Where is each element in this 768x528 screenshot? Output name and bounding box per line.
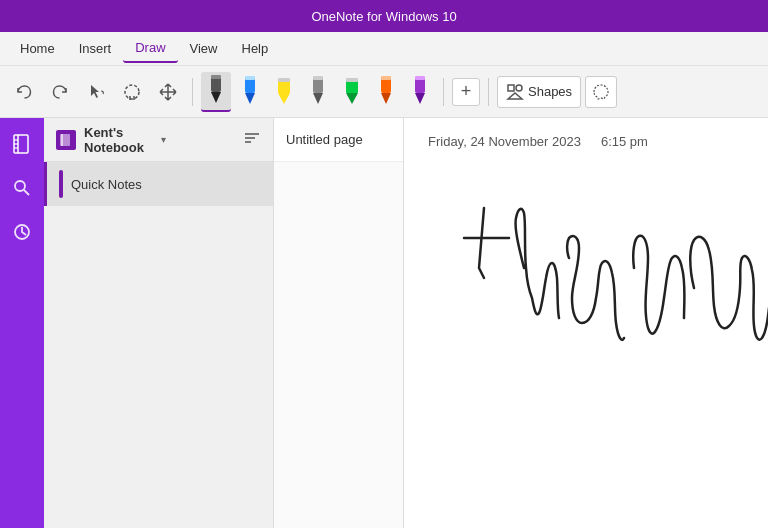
toolbar-separator-1 bbox=[192, 78, 193, 106]
lasso-tool-button[interactable] bbox=[116, 74, 148, 110]
svg-marker-16 bbox=[346, 93, 358, 104]
pages-panel: Untitled page bbox=[274, 118, 404, 528]
pen-gray-button[interactable] bbox=[303, 72, 333, 112]
menu-bar: Home Insert Draw View Help bbox=[0, 32, 768, 66]
svg-rect-20 bbox=[381, 76, 391, 80]
svg-marker-26 bbox=[508, 93, 522, 99]
svg-line-33 bbox=[24, 190, 29, 195]
sidebar-icon-notebooks[interactable] bbox=[4, 126, 40, 162]
page-time: 6:15 pm bbox=[601, 134, 648, 149]
page-item-untitled[interactable]: Untitled page bbox=[274, 118, 403, 162]
sort-icon[interactable] bbox=[243, 129, 261, 150]
sidebar-icon-history[interactable] bbox=[4, 214, 40, 250]
menu-home[interactable]: Home bbox=[8, 35, 67, 62]
select-tool-button[interactable] bbox=[80, 74, 112, 110]
svg-rect-17 bbox=[346, 78, 358, 82]
page-date-header: Friday, 24 November 2023 6:15 pm bbox=[404, 118, 768, 157]
svg-rect-24 bbox=[508, 85, 514, 91]
pen-blue-button[interactable] bbox=[235, 72, 265, 112]
svg-rect-8 bbox=[245, 76, 255, 80]
toolbar: + Shapes bbox=[0, 66, 768, 118]
notebook-dropdown-arrow[interactable]: ▾ bbox=[161, 134, 166, 145]
pen-orange-button[interactable] bbox=[371, 72, 401, 112]
notebook-header: Kent's Notebook ▾ bbox=[44, 118, 273, 162]
svg-rect-5 bbox=[211, 75, 221, 79]
svg-marker-10 bbox=[278, 93, 290, 104]
toolbar-separator-3 bbox=[488, 78, 489, 106]
toolbar-separator-2 bbox=[443, 78, 444, 106]
page-date: Friday, 24 November 2023 bbox=[428, 134, 581, 149]
highlighter-yellow-button[interactable] bbox=[269, 72, 299, 112]
notebook-panel: Kent's Notebook ▾ Quick Notes bbox=[44, 118, 274, 528]
svg-marker-22 bbox=[415, 93, 425, 104]
svg-marker-19 bbox=[381, 93, 391, 104]
title-bar: OneNote for Windows 10 bbox=[0, 0, 768, 32]
svg-point-0 bbox=[125, 85, 139, 99]
section-list: Quick Notes bbox=[44, 162, 273, 528]
shapes-label: Shapes bbox=[528, 84, 572, 99]
move-tool-button[interactable] bbox=[152, 74, 184, 110]
undo-button[interactable] bbox=[8, 74, 40, 110]
svg-rect-23 bbox=[415, 76, 425, 80]
svg-marker-4 bbox=[211, 92, 221, 103]
redo-button[interactable] bbox=[44, 74, 76, 110]
section-name: Quick Notes bbox=[71, 177, 142, 192]
section-color-bar bbox=[59, 170, 63, 198]
notebook-name: Kent's Notebook bbox=[84, 125, 161, 155]
svg-rect-14 bbox=[313, 76, 323, 80]
highlighter-green-button[interactable] bbox=[337, 72, 367, 112]
notebook-color-icon bbox=[56, 130, 76, 150]
menu-insert[interactable]: Insert bbox=[67, 35, 124, 62]
svg-marker-13 bbox=[313, 93, 323, 104]
svg-point-25 bbox=[516, 85, 522, 91]
svg-marker-7 bbox=[245, 93, 255, 104]
sidebar-icon-search[interactable] bbox=[4, 170, 40, 206]
freeform-select-button[interactable] bbox=[585, 76, 617, 108]
add-pen-button[interactable]: + bbox=[452, 78, 480, 106]
main-layout: Kent's Notebook ▾ Quick Notes Untitled p… bbox=[0, 118, 768, 528]
section-item-quick-notes[interactable]: Quick Notes bbox=[44, 162, 273, 206]
sidebar-icons bbox=[0, 118, 44, 528]
handwriting-svg bbox=[424, 168, 768, 428]
app-title: OneNote for Windows 10 bbox=[311, 9, 456, 24]
pen-black-button[interactable] bbox=[201, 72, 231, 112]
content-area[interactable]: Friday, 24 November 2023 6:15 pm bbox=[404, 118, 768, 528]
page-name: Untitled page bbox=[286, 132, 363, 147]
menu-draw[interactable]: Draw bbox=[123, 34, 177, 63]
menu-help[interactable]: Help bbox=[230, 35, 281, 62]
shapes-button[interactable]: Shapes bbox=[497, 76, 581, 108]
svg-point-32 bbox=[15, 181, 25, 191]
menu-view[interactable]: View bbox=[178, 35, 230, 62]
svg-rect-11 bbox=[278, 78, 290, 82]
handwriting-area bbox=[424, 168, 768, 528]
pen-purple-button[interactable] bbox=[405, 72, 435, 112]
